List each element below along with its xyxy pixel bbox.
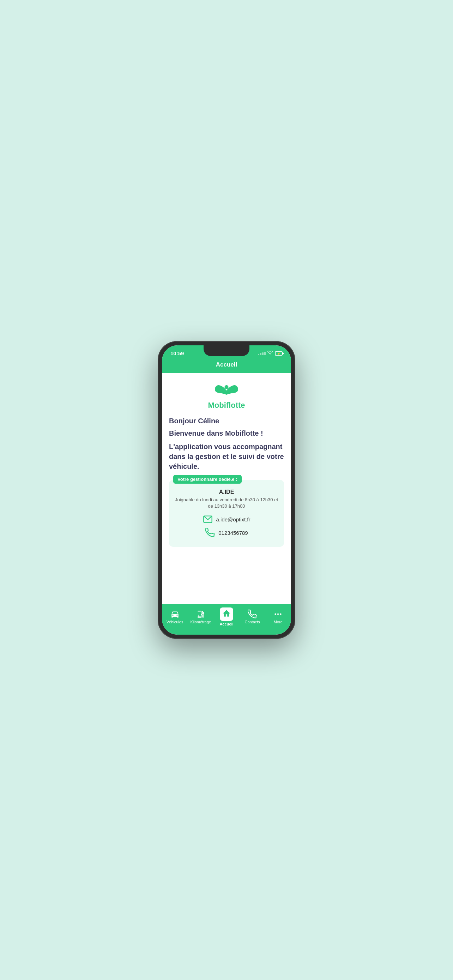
tab-more-label: More (274, 620, 283, 624)
logo-area: Mobiflotte (169, 382, 284, 410)
tab-kilometrage-label: Kilométrage (190, 620, 211, 624)
svg-point-4 (280, 614, 281, 615)
home-icon-bg (220, 608, 233, 621)
manager-content: A.IDE Joignable du lundi au vendredi de … (175, 489, 278, 538)
manager-label: Votre gestionnaire dédié.e : (173, 475, 242, 484)
home-icon (222, 609, 231, 618)
mobiflotte-logo-icon (212, 382, 241, 399)
wifi-icon (267, 351, 273, 356)
car-icon (170, 609, 180, 619)
phone-row[interactable]: 0123456789 (175, 528, 278, 538)
tab-accueil-label: Accueil (219, 622, 233, 626)
status-icons: ⚡ (258, 351, 283, 356)
tab-contacts[interactable]: Contacts (242, 609, 263, 624)
welcome-text: Bienvenue dans Mobiflotte ! (169, 430, 284, 438)
email-address: a.ide@optixt.fr (216, 517, 251, 522)
phone-screen: 10:59 ⚡ (162, 345, 291, 635)
manager-card: Votre gestionnaire dédié.e : A.IDE Joign… (169, 480, 284, 547)
page-title: Accueil (216, 361, 237, 368)
manager-hours: Joignable du lundi au vendredi de 8h30 à… (175, 497, 278, 509)
status-time: 10:59 (170, 350, 184, 356)
email-row[interactable]: a.ide@optixt.fr (175, 514, 278, 524)
battery-icon: ⚡ (275, 352, 283, 356)
manager-name: A.IDE (175, 489, 278, 495)
tab-more[interactable]: More (267, 609, 289, 624)
description-text: L'application vous accompagnant dans la … (169, 442, 284, 471)
contacts-icon (248, 609, 257, 619)
email-icon (203, 514, 213, 524)
svg-point-2 (275, 614, 276, 615)
tab-vehicules[interactable]: Véhicules (164, 609, 186, 624)
signal-icon (258, 352, 265, 355)
nav-header: Accueil (162, 358, 291, 373)
more-icon (273, 609, 283, 619)
tab-contacts-label: Contacts (245, 620, 260, 624)
svg-point-3 (277, 614, 279, 615)
fuel-icon (196, 609, 205, 619)
tab-bar: Véhicules Kilométrage Accueil (162, 604, 291, 635)
tab-accueil[interactable]: Accueil (216, 608, 237, 626)
tab-vehicules-label: Véhicules (167, 620, 183, 624)
phone-number: 0123456789 (218, 530, 248, 536)
svg-point-0 (224, 385, 228, 389)
app-name: Mobiflotte (208, 401, 245, 410)
notch (203, 345, 250, 356)
tab-kilometrage[interactable]: Kilométrage (190, 609, 211, 624)
phone-frame: 10:59 ⚡ (158, 341, 295, 639)
greeting-text: Bonjour Céline (169, 417, 284, 425)
phone-icon (205, 528, 215, 538)
main-content: Mobiflotte Bonjour Céline Bienvenue dans… (162, 373, 291, 604)
